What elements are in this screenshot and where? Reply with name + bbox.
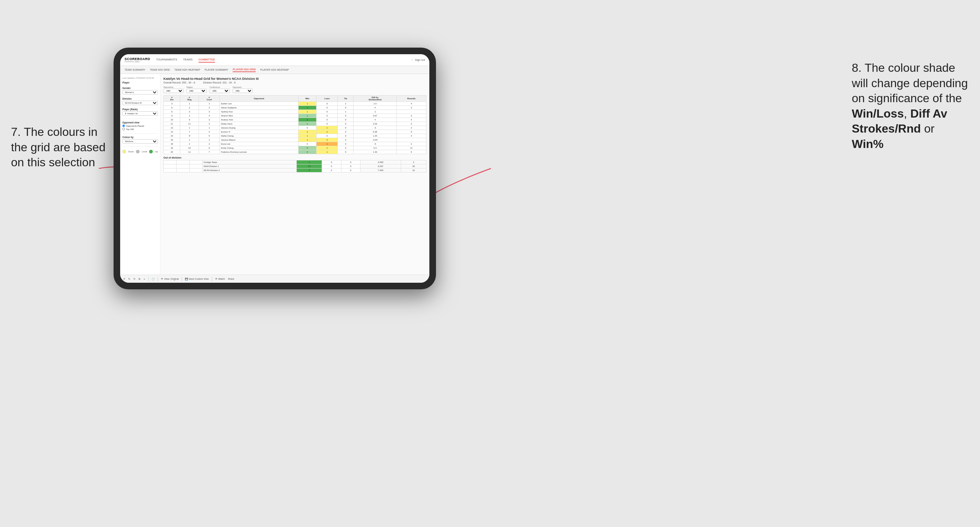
radio-opponents-played-input[interactable] bbox=[123, 124, 125, 127]
table-cell: 14 bbox=[164, 130, 180, 134]
table-row: 1585Stella Cheng1001.254 bbox=[164, 134, 426, 138]
table-cell: 3 bbox=[396, 106, 426, 110]
ood-table-row: Foreign Team1004.5002 bbox=[164, 160, 426, 164]
table-cell: Jessica Huang bbox=[220, 126, 298, 130]
divider3 bbox=[123, 146, 158, 147]
col-tie: Tie bbox=[338, 95, 353, 102]
table-cell: 3.33 bbox=[353, 122, 396, 126]
tablet-screen: SCOREBOARD Powered by clippd TOURNAMENTS… bbox=[120, 54, 430, 283]
save-custom-btn[interactable]: 💾 Save Custom View bbox=[185, 278, 209, 281]
annotation-right: 8. The colour shade will change dependin… bbox=[852, 60, 969, 152]
subnav-player-summary[interactable]: PLAYER SUMMARY bbox=[205, 68, 229, 72]
filter-conference-label: Conference bbox=[210, 86, 230, 88]
table-cell: 1 bbox=[298, 106, 317, 110]
filter-opponents-select[interactable]: (All) bbox=[163, 89, 183, 93]
filter-region-group: Region (All) bbox=[186, 86, 207, 93]
subnav-player-h2h-heatmap[interactable]: PLAYER H2H HEATMAP bbox=[260, 68, 289, 72]
nav-committee[interactable]: COMMITTEE bbox=[199, 57, 215, 63]
table-cell: 1 bbox=[180, 126, 199, 130]
gender-select[interactable]: Women's bbox=[123, 90, 158, 94]
table-cell: 1 bbox=[199, 126, 220, 130]
radio-top100[interactable]: Top 100 bbox=[123, 128, 158, 130]
table-cell: 4 bbox=[396, 118, 426, 122]
division-select[interactable]: NCAA Division III bbox=[123, 101, 158, 105]
clock-btn[interactable]: 🕐 bbox=[152, 278, 154, 281]
subnav-team-h2h-heatmap[interactable]: TEAM H2H HEATMAP bbox=[174, 68, 200, 72]
timestamp: Last Updated: 27/03/2024 16:55:38 bbox=[123, 77, 158, 79]
player-rank-select[interactable]: 8. Katelyn Vo bbox=[123, 111, 158, 116]
table-cell: 11 bbox=[396, 146, 426, 150]
colour-by-select[interactable]: Win/loss bbox=[123, 139, 158, 144]
table-cell: 0 bbox=[338, 126, 353, 130]
table-cell: 0 bbox=[338, 106, 353, 110]
redo2-btn[interactable]: ↻ bbox=[134, 278, 135, 281]
table-cell: 2 bbox=[199, 106, 220, 110]
divider2 bbox=[123, 133, 158, 134]
logo-sub: Powered by clippd bbox=[124, 61, 150, 63]
table-cell: 2 bbox=[396, 142, 426, 146]
redo-btn[interactable]: ↻ bbox=[128, 278, 130, 281]
table-cell: 1 bbox=[298, 110, 317, 114]
table-cell: 0 bbox=[338, 138, 353, 142]
table-cell: 3 bbox=[199, 110, 220, 114]
table-cell: 0.38 bbox=[353, 130, 396, 134]
sign-out-btn[interactable]: Sign out bbox=[415, 57, 425, 62]
grid-record: Overall Record: 353 - 34 - 6 Division Re… bbox=[163, 81, 426, 84]
filter-region-label: Region bbox=[186, 86, 207, 88]
table-cell: Emily Chang bbox=[220, 146, 298, 150]
player-label: Player bbox=[123, 81, 158, 84]
table-cell: -0.94 bbox=[353, 138, 396, 142]
subnav-team-summary[interactable]: TEAM SUMMARY bbox=[124, 68, 145, 72]
nav-teams[interactable]: TEAMS bbox=[183, 57, 193, 63]
legend-up-dot bbox=[149, 150, 153, 154]
toolbar: ↺ ↻ ↻ ⧉ ⌅ 🕐 👁 View: Original 💾 Save Cust… bbox=[120, 275, 430, 283]
subnav-team-h2h-grid[interactable]: TEAM H2H GRID bbox=[150, 68, 170, 72]
radio-opponents-played[interactable]: Opponents Played bbox=[123, 124, 158, 127]
table-cell: 2 bbox=[298, 150, 317, 154]
table-cell: 4 bbox=[353, 118, 396, 122]
table-cell: -3 bbox=[353, 126, 396, 130]
table-cell: 1.25 bbox=[353, 134, 396, 138]
copy-btn[interactable]: ⧉ bbox=[138, 278, 140, 281]
table-cell: 0 bbox=[298, 142, 317, 146]
table-cell: 1 bbox=[180, 102, 199, 106]
table-cell: 0 bbox=[338, 114, 353, 118]
view-original-btn[interactable]: 👁 View: Original bbox=[161, 278, 179, 280]
table-cell: Sydney Kuo bbox=[220, 110, 298, 114]
save-icon: 💾 bbox=[185, 278, 188, 281]
table-cell: 16 bbox=[164, 138, 180, 142]
table-row: 20117Federica Domecq Lacroze2101.336 bbox=[164, 150, 426, 154]
table-cell: 2 bbox=[396, 126, 426, 130]
share-btn[interactable]: Share bbox=[228, 278, 234, 280]
content-area: Katelyn Vo Head-to-Head Grid for Women's… bbox=[161, 74, 430, 275]
table-cell: 3 bbox=[396, 114, 426, 118]
watch-btn[interactable]: 👁 Watch bbox=[215, 278, 225, 280]
table-cell: Eunice Yi bbox=[220, 130, 298, 134]
table-cell: 7 bbox=[180, 130, 199, 134]
toolbar-div2 bbox=[158, 277, 158, 281]
radio-top100-input[interactable] bbox=[123, 128, 125, 130]
table-cell: 0 bbox=[317, 106, 338, 110]
table-cell: 1 bbox=[298, 138, 317, 142]
filter-conference-select[interactable]: (All) bbox=[210, 89, 230, 93]
table-cell: 4 bbox=[396, 102, 426, 106]
nav-tournaments[interactable]: TOURNAMENTS bbox=[156, 57, 177, 63]
filter-opponents-label: Opponents: bbox=[163, 86, 183, 88]
col-reg: #Reg bbox=[180, 95, 199, 102]
table-cell: 1 bbox=[180, 138, 199, 142]
paste-btn[interactable]: ⌅ bbox=[143, 278, 145, 281]
table-cell: 1.5 bbox=[353, 102, 396, 106]
table-cell: 0.3 bbox=[353, 146, 396, 150]
subnav-player-h2h-grid[interactable]: PLAYER H2H GRID bbox=[232, 67, 256, 72]
table-row: 633Sydney Kuo101-1 bbox=[164, 110, 426, 114]
division-section: Division NCAA Division III bbox=[123, 97, 158, 105]
filter-region-select[interactable]: (All) bbox=[186, 89, 207, 93]
table-cell: 2 bbox=[180, 142, 199, 146]
filter-opponent-select[interactable]: (All) bbox=[232, 89, 253, 93]
ood-table-row: NCAA Division 25007.40010 bbox=[164, 168, 426, 173]
table-cell: Heejo Hyun bbox=[220, 122, 298, 126]
col-diff: Diff AvStrokes/Rnd bbox=[353, 95, 396, 102]
table-cell: 2 bbox=[180, 106, 199, 110]
divider1 bbox=[123, 119, 158, 119]
undo-btn[interactable]: ↺ bbox=[123, 278, 125, 281]
